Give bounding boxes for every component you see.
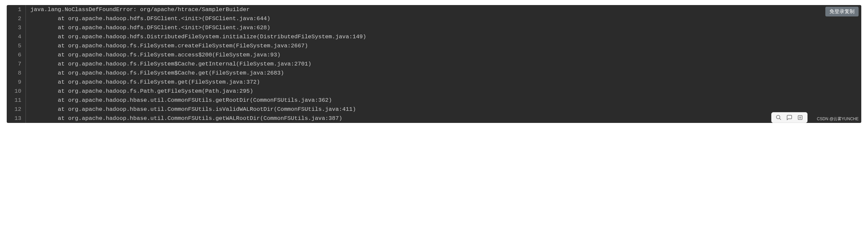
line-number: 4 <box>7 32 26 41</box>
svg-line-1 <box>779 118 781 120</box>
code-line-row: 6 at org.apache.hadoop.fs.FileSystem.acc… <box>7 51 861 59</box>
code-line-row: 10 at org.apache.hadoop.fs.Path.getFileS… <box>7 87 861 96</box>
svg-point-0 <box>776 115 780 119</box>
note-icon[interactable] <box>797 114 804 121</box>
line-number: 2 <box>7 14 26 23</box>
search-icon[interactable] <box>775 114 782 121</box>
code-line-row: 9 at org.apache.hadoop.fs.FileSystem.get… <box>7 77 861 87</box>
line-number: 12 <box>7 105 26 114</box>
line-number: 9 <box>7 77 26 87</box>
code-content: at org.apache.hadoop.fs.FileSystem$Cache… <box>26 59 861 68</box>
code-content: at org.apache.hadoop.fs.FileSystem.get(F… <box>26 77 861 87</box>
code-table: 1java.lang.NoClassDefFoundError: org/apa… <box>7 5 861 123</box>
line-number: 5 <box>7 41 26 51</box>
code-content: at org.apache.hadoop.fs.FileSystem.acces… <box>26 51 861 59</box>
code-content: at org.apache.hadoop.hdfs.DistributedFil… <box>26 32 861 41</box>
code-content: at org.apache.hadoop.fs.FileSystem$Cache… <box>26 68 861 77</box>
svg-rect-2 <box>798 116 802 120</box>
comment-icon[interactable] <box>786 114 793 121</box>
code-content: at org.apache.hadoop.hbase.util.CommonFS… <box>26 105 861 114</box>
copy-button[interactable]: 免登录复制 <box>825 7 859 17</box>
line-number: 6 <box>7 51 26 59</box>
bottom-toolbar <box>771 112 808 123</box>
code-block: 1java.lang.NoClassDefFoundError: org/apa… <box>7 5 861 123</box>
code-line-row: 1java.lang.NoClassDefFoundError: org/apa… <box>7 5 861 14</box>
code-line-row: 8 at org.apache.hadoop.fs.FileSystem$Cac… <box>7 68 861 77</box>
code-content: at org.apache.hadoop.hbase.util.CommonFS… <box>26 96 861 105</box>
code-line-row: 13 at org.apache.hadoop.hbase.util.Commo… <box>7 114 861 123</box>
code-content: java.lang.NoClassDefFoundError: org/apac… <box>26 5 861 14</box>
code-content: at org.apache.hadoop.hdfs.DFSClient.<ini… <box>26 14 861 23</box>
line-number: 1 <box>7 5 26 14</box>
code-line-row: 12 at org.apache.hadoop.hbase.util.Commo… <box>7 105 861 114</box>
line-number: 8 <box>7 68 26 77</box>
code-content: at org.apache.hadoop.hdfs.DFSClient.<ini… <box>26 23 861 32</box>
code-line-row: 4 at org.apache.hadoop.hdfs.DistributedF… <box>7 32 861 41</box>
code-content: at org.apache.hadoop.fs.Path.getFileSyst… <box>26 87 861 96</box>
code-content: at org.apache.hadoop.hbase.util.CommonFS… <box>26 114 861 123</box>
line-number: 13 <box>7 114 26 123</box>
line-number: 7 <box>7 59 26 68</box>
code-line-row: 2 at org.apache.hadoop.hdfs.DFSClient.<i… <box>7 14 861 23</box>
code-line-row: 11 at org.apache.hadoop.hbase.util.Commo… <box>7 96 861 105</box>
watermark: CSDN @云雾YUNCHE <box>817 116 859 122</box>
code-line-row: 3 at org.apache.hadoop.hdfs.DFSClient.<i… <box>7 23 861 32</box>
code-line-row: 7 at org.apache.hadoop.fs.FileSystem$Cac… <box>7 59 861 68</box>
code-line-row: 5 at org.apache.hadoop.fs.FileSystem.cre… <box>7 41 861 51</box>
line-number: 10 <box>7 87 26 96</box>
line-number: 11 <box>7 96 26 105</box>
code-content: at org.apache.hadoop.fs.FileSystem.creat… <box>26 41 861 51</box>
line-number: 3 <box>7 23 26 32</box>
